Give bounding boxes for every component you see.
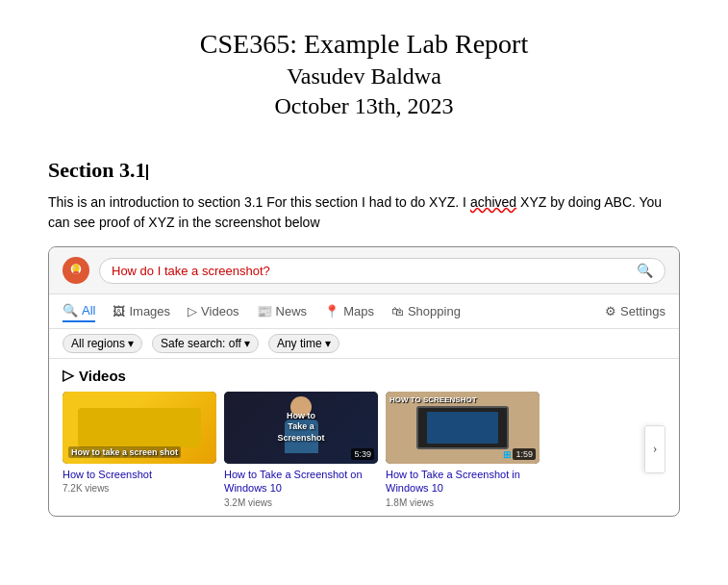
video-thumb-2[interactable]: How toTake aScreenshot 5:39: [224, 392, 378, 464]
video-views-3: 1.8M views: [386, 497, 540, 508]
video-views-2: 3.2M views: [224, 497, 378, 508]
chevron-right-icon: ›: [653, 442, 658, 457]
images-icon: 🖼: [113, 304, 125, 318]
video-overlay-text-1: How to take a screen shot: [68, 446, 181, 458]
browser-screenshot: How do I take a screenshot? 🔍 🔍 All 🖼 Im…: [48, 246, 680, 517]
video-thumb-1[interactable]: How to take a screen shot: [63, 392, 216, 464]
report-date: October 13th, 2023: [48, 93, 680, 119]
nav-videos[interactable]: ▷ Videos: [188, 301, 239, 321]
nav-images[interactable]: 🖼 Images: [113, 301, 170, 321]
maps-icon: 📍: [324, 304, 339, 318]
search-icon: 🔍: [637, 263, 653, 279]
video-title-3[interactable]: How to Take a Screenshot in Windows 10: [386, 468, 540, 496]
intro-paragraph: This is an introduction to section 3.1 F…: [48, 192, 680, 233]
videos-section: ▷ Videos How to take a screen shot How t…: [49, 359, 679, 516]
nav-news-label: News: [276, 304, 308, 318]
svg-point-3: [74, 267, 75, 267]
carousel-next-button[interactable]: ›: [644, 425, 665, 473]
search-input-wrapper[interactable]: How do I take a screenshot? 🔍: [99, 258, 665, 284]
videos-grid: How to take a screen shot How to Screens…: [63, 392, 665, 508]
section-title: Section 3.1: [48, 158, 680, 183]
video-title-1[interactable]: How to Screenshot: [63, 468, 216, 481]
news-icon: 📰: [257, 304, 272, 318]
video-card-2: How toTake aScreenshot 5:39 How to Take …: [224, 392, 378, 508]
duckduckgo-logo: [63, 257, 89, 284]
nav-all-label: All: [82, 303, 95, 318]
nav-news[interactable]: 📰 News: [257, 301, 308, 321]
nav-all[interactable]: 🔍 All: [63, 300, 95, 322]
nav-settings[interactable]: ⚙ Settings: [605, 301, 665, 321]
nav-shopping-label: Shopping: [408, 304, 461, 318]
video-duration-2: 5:39: [351, 448, 374, 460]
nav-videos-label: Videos: [201, 304, 239, 318]
filter-all-regions[interactable]: All regions ▾: [63, 334, 142, 353]
nav-shopping[interactable]: 🛍 Shopping: [391, 301, 461, 321]
svg-point-4: [73, 271, 79, 274]
video-header-text-3: HOW TO SCREENSHOT: [389, 395, 477, 404]
browser-nav-bar: 🔍 All 🖼 Images ▷ Videos 📰 News 📍 Maps 🛍: [49, 294, 679, 329]
filter-any-time[interactable]: Any time ▾: [268, 334, 339, 353]
video-title-2[interactable]: How to Take a Screenshot on Windows 10: [224, 468, 378, 496]
video-card-3: HOW TO SCREENSHOT ⊞ 1:59 How to Take a S…: [386, 392, 540, 508]
filters-bar: All regions ▾ Safe search: off ▾ Any tim…: [49, 329, 679, 359]
video-duration-3: 1:59: [513, 448, 536, 460]
search-query-text: How do I take a screenshot?: [112, 264, 637, 278]
report-title: CSE365: Example Lab Report: [48, 29, 680, 60]
chevron-down-icon: ▾: [244, 337, 250, 350]
video-views-1: 7.2K views: [63, 483, 216, 494]
browser-search-bar: How do I take a screenshot? 🔍: [49, 247, 679, 294]
chevron-down-icon: ▾: [325, 337, 331, 350]
shopping-icon: 🛍: [391, 304, 404, 318]
play-icon: ▷: [63, 367, 74, 384]
author-name: Vasudev Baldwa: [48, 64, 680, 89]
nav-settings-label: Settings: [620, 304, 665, 318]
page-header: CSE365: Example Lab Report Vasudev Baldw…: [48, 29, 680, 119]
chevron-down-icon: ▾: [128, 337, 134, 350]
video-title-overlay-2: How toTake aScreenshot: [277, 411, 324, 445]
videos-label: ▷ Videos: [63, 367, 665, 384]
video-card-1: How to take a screen shot How to Screens…: [63, 392, 216, 508]
section-3-1: Section 3.1 This is an introduction to s…: [48, 158, 680, 517]
nav-images-label: Images: [129, 304, 170, 318]
filter-safe-search[interactable]: Safe search: off ▾: [152, 334, 259, 353]
nav-maps[interactable]: 📍 Maps: [324, 301, 374, 321]
video-thumb-3[interactable]: HOW TO SCREENSHOT ⊞ 1:59: [386, 392, 540, 464]
windows-logo: ⊞: [503, 449, 511, 460]
all-icon: 🔍: [63, 303, 78, 318]
settings-icon: ⚙: [605, 304, 616, 318]
videos-icon: ▷: [188, 304, 197, 318]
nav-maps-label: Maps: [343, 304, 374, 318]
